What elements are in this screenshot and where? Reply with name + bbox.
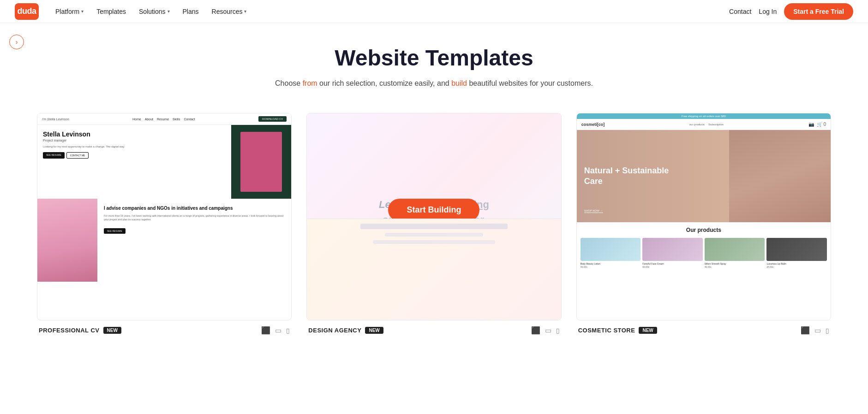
cv-template-label: PROFESSIONAL CV NEW	[39, 327, 121, 334]
nav-plans[interactable]: Plans	[177, 5, 204, 18]
cosmetic-device-icons: ⬛ ▭ ▯	[801, 326, 829, 335]
cosmetic-template-label: COSMETIC STORE NEW	[578, 327, 657, 334]
nav-solutions[interactable]: Solutions ▾	[133, 5, 175, 18]
cv-see-resume-2: SEE RESUME	[104, 228, 126, 234]
template-card-cosmetic[interactable]: Free shipping on all orders over $80 cos…	[576, 113, 831, 335]
cosmetic-product-img-1	[581, 238, 641, 261]
start-building-button[interactable]: Start Building	[388, 199, 479, 221]
cv-see-resume-btn: SEE RESUME	[43, 152, 65, 159]
cosmetic-brand: cosmeti[co]	[581, 122, 605, 127]
cosmetic-product-img-4	[766, 238, 827, 261]
agency-device-icons: ⬛ ▭ ▯	[531, 326, 560, 335]
solutions-chevron-icon: ▾	[168, 9, 170, 14]
template-preview-agency: Let's create something outstanding toget…	[306, 113, 561, 320]
nav-login[interactable]: Log In	[759, 8, 777, 15]
cosmetic-desktop-icon: ⬛	[801, 326, 810, 335]
cv-header: I'm Stella Levinson HomeAboutResumeSkill…	[37, 113, 291, 125]
chevron-right-icon: ›	[16, 38, 18, 46]
cv-section2: I advise companies and NGOs in initiativ…	[37, 199, 291, 282]
sidebar-toggle-button[interactable]: ›	[9, 35, 24, 49]
cosmetic-template-footer: COSMETIC STORE NEW ⬛ ▭ ▯	[576, 320, 831, 335]
cv-contact-btn: CONTACT ME	[66, 152, 89, 159]
cv-section2-img	[37, 199, 97, 282]
cv-mockup: I'm Stella Levinson HomeAboutResumeSkill…	[37, 113, 291, 320]
agency-template-footer: DESIGN AGENCY NEW ⬛ ▭ ▯	[306, 320, 561, 335]
agency-template-label: DESIGN AGENCY NEW	[308, 327, 383, 334]
cv-advise-title: I advise companies and NGOs in initiativ…	[104, 205, 285, 211]
agency-desktop-icon: ⬛	[531, 326, 540, 335]
template-preview-cv: I'm Stella Levinson HomeAboutResumeSkill…	[37, 113, 292, 320]
agency-bottom-content	[307, 219, 561, 248]
hero-section: Website Templates Choose from our rich s…	[0, 23, 868, 104]
cosmetic-product-price-4: 25.00c	[766, 266, 827, 268]
tablet-icon: ▭	[275, 326, 281, 335]
cv-name: Stella Levinson	[43, 130, 226, 138]
agency-tablet-icon: ▭	[545, 326, 551, 335]
cv-nav: HomeAboutResumeSkillsContact	[132, 118, 195, 121]
cv-device-icons: ⬛ ▭ ▯	[261, 326, 290, 335]
agency-line-2	[385, 233, 483, 237]
cv-template-name: PROFESSIONAL CV	[39, 327, 100, 334]
cosmetic-model-image	[729, 130, 831, 222]
nav-right: Contact Log In Start a Free Trial	[729, 3, 853, 20]
templates-grid: I'm Stella Levinson HomeAboutResumeSkill…	[37, 113, 831, 335]
cosmetic-product-price-2: 60.00c	[642, 266, 703, 268]
cosmetic-product-2: Fanciful Face Cream 60.00c	[642, 238, 703, 268]
cv-hero: Stella Levinson Project manager Looking …	[37, 125, 291, 199]
nav-contact[interactable]: Contact	[729, 8, 751, 15]
cosmetic-product-1: Body Beauty Lotion 40.00c	[581, 238, 641, 268]
template-card-agency[interactable]: Let's create something outstanding toget…	[306, 113, 561, 335]
template-preview-cosmetic: Free shipping on all orders over $80 cos…	[576, 113, 831, 320]
hero-subtitle: Choose from our rich selection, customiz…	[15, 78, 853, 89]
cosmetic-mobile-icon: ▯	[826, 327, 829, 334]
agency-mobile-icon: ▯	[556, 327, 560, 334]
cosmetic-shop-now: SHOP NOW →	[584, 209, 603, 213]
cosmetic-product-3: Silken Smooth Spray 40.00c	[705, 238, 765, 268]
cosmetic-products-title: Our products	[577, 222, 831, 238]
templates-section: I'm Stella Levinson HomeAboutResumeSkill…	[0, 104, 868, 353]
navbar: duda Platform ▾ Templates Solutions ▾ Pl…	[0, 0, 868, 23]
cv-download-btn: DOWNLOAD CV	[258, 116, 287, 122]
cosmetic-product-img-3	[705, 238, 765, 261]
nav-templates[interactable]: Templates	[91, 5, 132, 18]
logo-text: duda	[18, 6, 36, 16]
cosmetic-hero-text: Natural + Sustainable Care	[584, 166, 676, 187]
cv-role: Project manager	[43, 139, 226, 142]
template-card-cv[interactable]: I'm Stella Levinson HomeAboutResumeSkill…	[37, 113, 292, 335]
agency-bottom-section	[307, 219, 561, 320]
mobile-icon: ▯	[286, 327, 290, 334]
platform-chevron-icon: ▾	[81, 9, 84, 14]
nav-cta-button[interactable]: Start a Free Trial	[784, 3, 853, 20]
agency-line-1	[360, 224, 507, 229]
cosmetic-template-name: COSMETIC STORE	[578, 327, 635, 334]
cosmetic-mockup: Free shipping on all orders over $80 cos…	[577, 113, 831, 320]
cosmetic-nav: cosmeti[co] our productsSubscription 📷🛒 …	[577, 119, 831, 130]
cv-hero-left: Stella Levinson Project manager Looking …	[37, 125, 231, 199]
cosmetic-product-price-1: 40.00c	[581, 266, 641, 268]
cv-hero-right	[231, 125, 291, 199]
cv-advise-desc: For more than 15 years, I've been workin…	[104, 214, 285, 222]
cv-new-badge: NEW	[103, 327, 121, 334]
logo[interactable]: duda	[15, 3, 39, 20]
cv-section2-photo	[37, 199, 97, 282]
cosmetic-hero: Natural + Sustainable Care SHOP NOW →	[577, 130, 831, 222]
cosmetic-product-4: Luxurious Lip Balm 25.00c	[766, 238, 827, 268]
nav-platform[interactable]: Platform ▾	[50, 5, 89, 18]
resources-chevron-icon: ▾	[244, 9, 246, 14]
desktop-icon: ⬛	[261, 326, 270, 335]
cosmetic-topbar: Free shipping on all orders over $80	[577, 113, 831, 119]
nav-resources[interactable]: Resources ▾	[206, 5, 252, 18]
cv-person-image	[240, 132, 282, 192]
cv-template-footer: PROFESSIONAL CV NEW ⬛ ▭ ▯	[37, 320, 292, 335]
cosmetic-products-grid: Body Beauty Lotion 40.00c Fanciful Face …	[577, 238, 831, 268]
agency-new-badge: NEW	[365, 327, 383, 334]
cosmetic-new-badge: NEW	[639, 327, 657, 334]
cv-btns: SEE RESUME CONTACT ME	[43, 152, 226, 159]
agency-line-3	[373, 240, 495, 244]
cosmetic-icons: 📷🛒 0	[808, 122, 826, 127]
cosmetic-nav-links: our productsSubscription	[689, 123, 724, 126]
hero-title: Website Templates	[15, 45, 853, 71]
cv-section2-right: I advise companies and NGOs in initiativ…	[97, 199, 291, 282]
nav-links: Platform ▾ Templates Solutions ▾ Plans R…	[50, 5, 252, 18]
cosmetic-product-img-2	[642, 238, 703, 261]
